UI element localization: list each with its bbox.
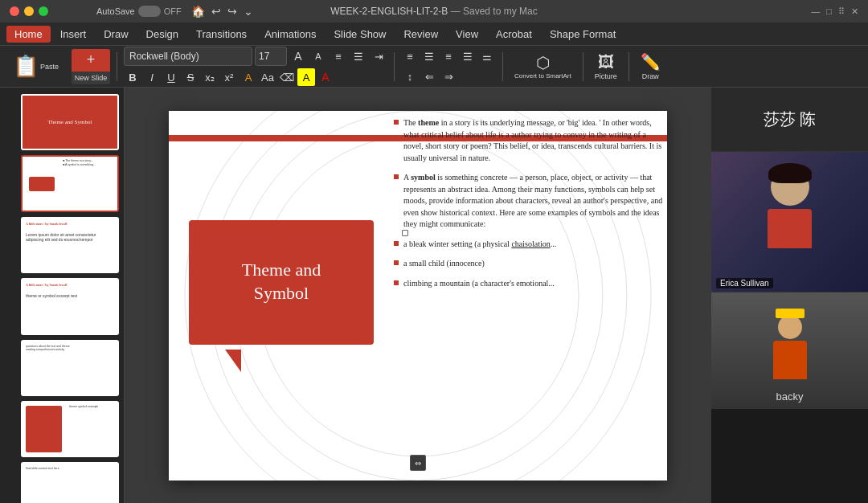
slide-thumb-wrapper-3: 3 A little more / by Sarah Jewell Lorem … xyxy=(5,217,119,273)
bullet-text-5: climbing a mountain (a character's emoti… xyxy=(403,278,555,290)
slide-thumb-wrapper-5: 5 questions about the text and theme rea… xyxy=(5,340,119,396)
font-selector[interactable] xyxy=(124,47,252,66)
slide-1-title: Theme and Symbol xyxy=(45,116,96,129)
bullet-item-2: A symbol is something concrete — a perso… xyxy=(394,172,664,231)
erica-figure xyxy=(762,168,818,248)
slide-thumb-3[interactable]: A little more / by Sarah Jewell Lorem ip… xyxy=(21,217,119,273)
smartart-label: Convert to SmartArt xyxy=(514,73,571,80)
line-spacing-btn[interactable]: ↕ xyxy=(401,67,419,85)
rtl-btn[interactable]: ⇐ xyxy=(420,67,438,85)
slide-canvas[interactable]: Theme andSymbol The theme in a story is … xyxy=(169,111,667,481)
backy-head xyxy=(778,315,802,339)
erica-head xyxy=(771,168,809,206)
slide-thumb-4[interactable]: A little more / by Sarah Jewell theme or… xyxy=(21,278,119,334)
align-left-btn[interactable]: ≡ xyxy=(401,47,419,65)
highlight-btn[interactable]: A xyxy=(297,68,315,86)
bold-button[interactable]: B xyxy=(124,68,141,86)
backy-head-area xyxy=(778,315,802,339)
ribbon: Home Insert Draw Design Transitions Anim… xyxy=(0,22,868,88)
menu-transitions[interactable]: Transitions xyxy=(188,26,255,43)
window-minimize-icon[interactable]: — xyxy=(811,6,820,16)
video-feed-area: Erica Sullivan backy xyxy=(711,152,868,503)
slide-thumb-wrapper-4: 4 A little more / by Sarah Jewell theme … xyxy=(5,278,119,334)
align-center-btn[interactable]: ☰ xyxy=(420,47,438,65)
bullet-text-2: A symbol is something concrete — a perso… xyxy=(403,172,664,231)
indent-btn[interactable]: ⇥ xyxy=(370,47,387,65)
subscript-button[interactable]: x₂ xyxy=(201,68,219,86)
picture-button[interactable]: 🖼 Picture xyxy=(590,49,622,84)
new-slide-button[interactable]: + New Slide xyxy=(72,49,110,84)
menu-acrobat[interactable]: Acrobat xyxy=(488,26,540,43)
minimize-button[interactable] xyxy=(24,6,34,16)
slide-thumb-7[interactable]: final slide content text here xyxy=(21,462,119,503)
slide-thumb-2[interactable]: ■ The theme in a story... ■ A symbol is … xyxy=(21,155,119,211)
format-options-btn[interactable]: ≡ xyxy=(330,47,347,65)
slide-2-left-preview xyxy=(23,157,60,210)
more-icon[interactable]: ⌄ xyxy=(244,5,253,18)
menu-view[interactable]: View xyxy=(448,26,486,43)
justify-btn[interactable]: ☰ xyxy=(459,47,477,65)
font-decrease-btn[interactable]: A xyxy=(309,47,327,65)
italic-button[interactable]: I xyxy=(143,68,161,86)
bullets-btn[interactable]: ☰ xyxy=(350,47,367,65)
menu-home[interactable]: Home xyxy=(6,26,51,43)
font-color-btn[interactable]: A xyxy=(240,68,257,86)
bullet-item-5: climbing a mountain (a character's emoti… xyxy=(394,278,664,290)
slide-thumb-6[interactable]: theme symbol example xyxy=(21,401,119,457)
cols-btn[interactable]: ⚌ xyxy=(478,47,496,65)
traffic-lights[interactable] xyxy=(10,6,48,16)
convert-smartart-button[interactable]: ⬡ Convert to SmartArt xyxy=(510,49,576,84)
font-size[interactable] xyxy=(255,47,287,66)
window-grid-icon[interactable]: ⠿ xyxy=(838,6,845,17)
menu-insert[interactable]: Insert xyxy=(52,26,95,43)
toolbar-separator-4 xyxy=(583,52,583,81)
maximize-button[interactable] xyxy=(39,6,48,16)
menu-review[interactable]: Review xyxy=(395,26,446,43)
menu-slideshow[interactable]: Slide Show xyxy=(326,26,394,43)
ltr-btn[interactable]: ⇒ xyxy=(440,67,457,85)
slide-thumb-wrapper-2: 2 ■ The theme in a story... ■ A symbol i… xyxy=(5,155,119,211)
superscript-button[interactable]: x² xyxy=(220,68,238,86)
menu-design[interactable]: Design xyxy=(138,26,186,43)
canvas-area: Theme andSymbol The theme in a story is … xyxy=(125,88,711,503)
video-bottom: backy xyxy=(711,292,868,409)
paste-button[interactable]: 📋 Paste xyxy=(6,49,65,84)
font-color2-btn[interactable]: A xyxy=(317,68,334,86)
titlebar-icons: 🏠 ↩ ↪ ⌄ xyxy=(191,5,253,18)
text-size-btn[interactable]: Aa xyxy=(259,68,276,86)
slide-thumb-1[interactable]: Theme and Symbol xyxy=(21,94,119,150)
align-right-btn[interactable]: ≡ xyxy=(440,47,457,65)
menu-shapeformat[interactable]: Shape Format xyxy=(542,26,624,43)
close-button[interactable] xyxy=(10,6,19,16)
format-buttons: B I U S x₂ x² A Aa ⌫ A A xyxy=(124,68,387,86)
slide-5-text: questions about the text and theme readi… xyxy=(23,341,117,355)
slide-panel: 1 Theme and Symbol 2 xyxy=(0,88,125,503)
backy-figure xyxy=(766,315,814,387)
slide-thumb-5[interactable]: questions about the text and theme readi… xyxy=(21,340,119,396)
drawing-icon: ✏️ xyxy=(641,52,661,72)
autosave-toggle[interactable] xyxy=(138,6,161,17)
menu-animations[interactable]: Animations xyxy=(256,26,324,43)
bullet-text-1: The theme in a story is its underlying m… xyxy=(403,117,664,164)
theme-symbol-box: Theme andSymbol xyxy=(189,220,374,345)
underline-button[interactable]: U xyxy=(162,68,180,86)
clear-format-btn[interactable]: ⌫ xyxy=(278,68,296,86)
font-increase-btn[interactable]: A xyxy=(289,47,307,65)
drawing-anchor[interactable]: ⇔ xyxy=(410,455,426,471)
undo-icon[interactable]: ↩ xyxy=(211,5,221,18)
slide-3-text: Lorem ipsum dolor sit amet consectetur a… xyxy=(23,229,117,246)
backy-name-label: backy xyxy=(776,391,804,403)
window-restore-icon[interactable]: □ xyxy=(826,6,832,16)
home-icon[interactable]: 🏠 xyxy=(191,5,205,18)
drawing-button[interactable]: ✏️ Draw xyxy=(636,49,665,84)
toolbar: 📋 Paste + New Slide A A ≡ ☰ ⇥ B I U xyxy=(0,45,868,87)
user-name-panel: 莎莎 陈 xyxy=(711,88,868,152)
slide-2-red-box-preview xyxy=(29,177,55,191)
bullet-square-2 xyxy=(394,174,399,179)
redo-icon[interactable]: ↪ xyxy=(227,5,237,18)
slide-2-preview: ■ The theme in a story... ■ A symbol is … xyxy=(23,157,117,210)
window-close-icon[interactable]: ✕ xyxy=(851,6,858,17)
menu-draw[interactable]: Draw xyxy=(96,26,136,43)
strikethrough-button[interactable]: S xyxy=(182,68,199,86)
picture-icon: 🖼 xyxy=(598,53,614,72)
